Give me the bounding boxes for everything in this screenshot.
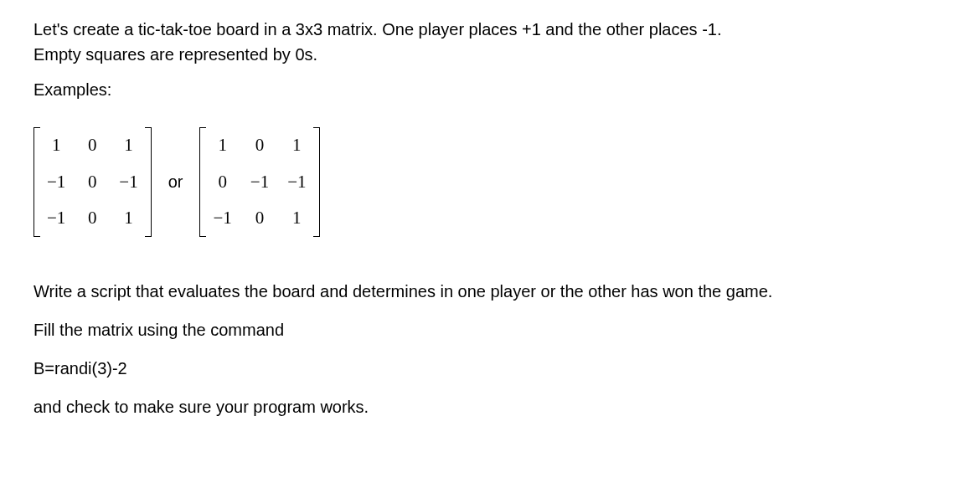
matrix-cell: −1 bbox=[213, 205, 231, 232]
left-bracket-icon bbox=[34, 127, 40, 237]
instruction-line-2: Fill the matrix using the command bbox=[34, 317, 946, 342]
matrix-cell: −1 bbox=[250, 169, 269, 196]
matrix-cell: 0 bbox=[213, 169, 231, 196]
instruction-line-3: B=randi(3)-2 bbox=[34, 356, 946, 381]
matrix-cell: −1 bbox=[119, 169, 137, 196]
intro-line-1: Let's create a tic-tak-toe board in a 3x… bbox=[34, 20, 721, 39]
matrix-cell: −1 bbox=[47, 205, 65, 232]
instruction-line-1: Write a script that evaluates the board … bbox=[34, 279, 946, 304]
matrix-cell: 1 bbox=[213, 132, 231, 159]
matrix-2: 1 0 1 0 −1 −1 −1 0 1 bbox=[199, 127, 319, 237]
instructions-block: Write a script that evaluates the board … bbox=[34, 279, 946, 419]
matrix-cell: 0 bbox=[250, 132, 269, 159]
matrix-cell: 0 bbox=[84, 205, 101, 232]
matrix-cell: 1 bbox=[287, 205, 306, 232]
instruction-line-4: and check to make sure your program work… bbox=[34, 394, 946, 419]
matrix-cell: 1 bbox=[47, 132, 65, 159]
matrix-2-body: 1 0 1 0 −1 −1 −1 0 1 bbox=[206, 127, 312, 237]
matrix-cell: 1 bbox=[119, 205, 137, 232]
intro-paragraph: Let's create a tic-tak-toe board in a 3x… bbox=[34, 17, 946, 67]
or-label: or bbox=[168, 169, 183, 194]
matrices-row: 1 0 1 −1 0 −1 −1 0 1 or 1 0 1 0 −1 −1 −1… bbox=[34, 127, 946, 237]
matrix-cell: 0 bbox=[84, 132, 101, 159]
right-bracket-icon bbox=[313, 127, 320, 237]
matrix-cell: −1 bbox=[47, 169, 65, 196]
matrix-cell: 1 bbox=[287, 132, 306, 159]
matrix-1: 1 0 1 −1 0 −1 −1 0 1 bbox=[34, 127, 152, 237]
matrix-cell: 0 bbox=[250, 205, 269, 232]
matrix-cell: −1 bbox=[287, 169, 306, 196]
matrix-cell: 1 bbox=[119, 132, 137, 159]
left-bracket-icon bbox=[199, 127, 206, 237]
matrix-cell: 0 bbox=[84, 169, 101, 196]
intro-line-2: Empty squares are represented by 0s. bbox=[34, 45, 317, 64]
right-bracket-icon bbox=[145, 127, 152, 237]
examples-label: Examples: bbox=[34, 77, 946, 102]
matrix-1-body: 1 0 1 −1 0 −1 −1 0 1 bbox=[40, 127, 145, 237]
